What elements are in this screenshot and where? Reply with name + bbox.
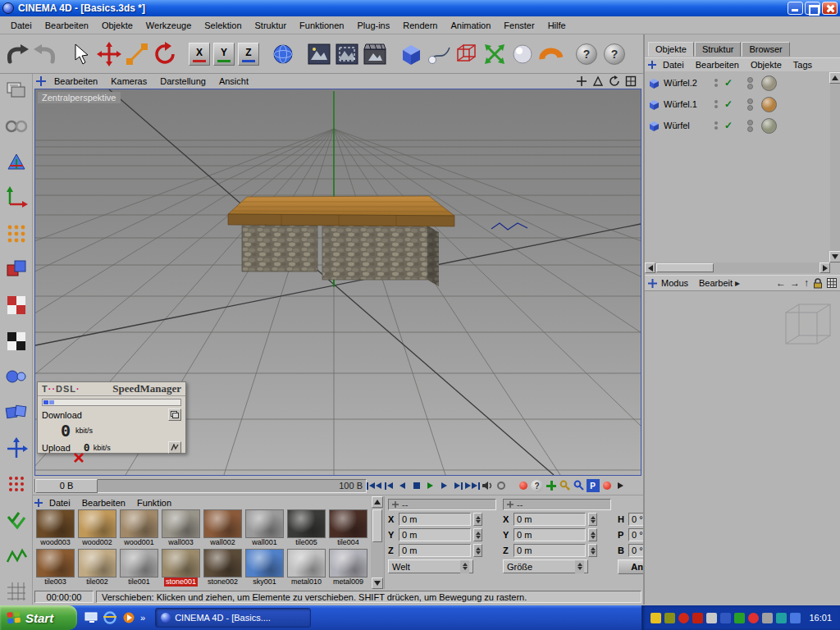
axis-lock-icon[interactable] bbox=[3, 436, 30, 462]
position-z-stepper[interactable] bbox=[473, 544, 482, 557]
particle-tool-icon[interactable] bbox=[481, 37, 509, 71]
render-view-icon[interactable] bbox=[305, 37, 333, 71]
menu-rendern[interactable]: Rendern bbox=[397, 18, 443, 33]
object-name[interactable]: Würfel.2 bbox=[664, 78, 706, 88]
torus-tool-icon[interactable] bbox=[536, 37, 564, 71]
view-pan-icon[interactable] bbox=[575, 75, 587, 88]
tray-icon-2[interactable] bbox=[664, 613, 675, 623]
speedmanager-stats-button[interactable] bbox=[168, 441, 181, 454]
position-x-input[interactable]: 0 m bbox=[399, 513, 471, 526]
scroll-down-arrow[interactable] bbox=[372, 578, 383, 589]
scroll-left-arrow[interactable] bbox=[645, 262, 655, 273]
close-button[interactable] bbox=[822, 2, 838, 15]
texture-tag-icon[interactable] bbox=[761, 118, 777, 134]
object-name[interactable]: Würfel.1 bbox=[664, 99, 706, 109]
speedmanager-window-button[interactable] bbox=[168, 409, 181, 421]
record-button[interactable] bbox=[600, 478, 614, 493]
visibility-dots-icon[interactable] bbox=[714, 121, 718, 130]
menu-bearbeiten[interactable]: Bearbeiten bbox=[39, 18, 94, 33]
size-mode-dropdown[interactable]: Größe bbox=[503, 559, 588, 573]
material-thumbnail[interactable] bbox=[36, 509, 75, 538]
next-frame-button[interactable] bbox=[437, 478, 451, 493]
axis-x-button[interactable]: X bbox=[189, 43, 210, 66]
material-menu-bearbeiten[interactable]: Bearbeiten bbox=[77, 497, 130, 509]
workplane-mode-icon[interactable] bbox=[3, 148, 30, 175]
material-item[interactable]: wood003 bbox=[34, 509, 76, 549]
timeline-slider[interactable]: 0 B 100 B bbox=[34, 479, 367, 493]
stop-button[interactable] bbox=[409, 478, 423, 493]
position-z-input[interactable]: 0 m bbox=[399, 544, 471, 557]
scroll-up-arrow[interactable] bbox=[829, 72, 840, 84]
enabled-check-icon[interactable]: ✓ bbox=[724, 77, 733, 89]
position-y-stepper[interactable] bbox=[473, 528, 482, 541]
key-position-button[interactable] bbox=[558, 478, 572, 493]
spline-snap-icon[interactable] bbox=[3, 543, 30, 569]
material-item[interactable]: stone002 bbox=[202, 549, 244, 588]
om-menu-bearbeiten[interactable]: Bearbeiten bbox=[691, 59, 744, 71]
media-player-icon[interactable] bbox=[121, 610, 136, 625]
enabled-check-icon[interactable]: ✓ bbox=[724, 120, 733, 131]
convert-object-icon[interactable] bbox=[3, 77, 30, 103]
tray-icon-6[interactable] bbox=[720, 613, 731, 623]
om-menu-datei[interactable]: Datei bbox=[658, 59, 689, 71]
quick-launch-more-chevron[interactable]: » bbox=[140, 613, 145, 623]
render-region-icon[interactable] bbox=[333, 37, 361, 71]
scroll-down-arrow[interactable] bbox=[829, 251, 840, 262]
material-thumbnail[interactable] bbox=[78, 549, 116, 578]
context-help-icon[interactable]: ? bbox=[600, 37, 628, 71]
object-row[interactable]: Würfel ✓ bbox=[645, 115, 830, 136]
position-x-stepper[interactable] bbox=[473, 513, 482, 526]
taskbar-task-cinema4d[interactable]: CINEMA 4D - [Basics.... bbox=[155, 608, 311, 628]
tab-struktur[interactable]: Struktur bbox=[695, 42, 742, 57]
modus-handle-icon[interactable] bbox=[648, 279, 657, 288]
parent-up-icon[interactable]: ↑ bbox=[804, 277, 809, 289]
menu-hilfe[interactable]: Hilfe bbox=[542, 18, 572, 33]
history-back-icon[interactable]: ← bbox=[776, 277, 786, 289]
goto-start-button[interactable] bbox=[367, 478, 381, 493]
coordinate-system-dropdown[interactable]: Welt bbox=[388, 559, 473, 573]
tray-icon-1[interactable] bbox=[651, 613, 661, 623]
lock-icon[interactable] bbox=[813, 278, 823, 289]
menu-fenster[interactable]: Fenster bbox=[498, 18, 540, 33]
object-axis-mode-icon[interactable] bbox=[3, 185, 30, 211]
material-item[interactable]: metal010 bbox=[285, 549, 327, 588]
object-manager-handle-icon[interactable] bbox=[648, 61, 656, 69]
start-button[interactable]: Start bbox=[0, 605, 77, 630]
material-item[interactable]: tile002 bbox=[76, 549, 118, 588]
material-thumbnail[interactable] bbox=[162, 509, 200, 538]
solo-button[interactable] bbox=[516, 478, 530, 493]
enabled-check-icon[interactable]: ✓ bbox=[724, 98, 733, 110]
menu-struktur[interactable]: Struktur bbox=[249, 18, 293, 33]
tray-icon-7[interactable] bbox=[734, 613, 745, 623]
tray-icon-4[interactable] bbox=[692, 613, 703, 623]
menu-plugins[interactable]: Plug-ins bbox=[351, 18, 395, 33]
speedmanager-widget[interactable]: T··DSL· SpeedManager Download 0 kbit/s U… bbox=[37, 381, 186, 454]
goto-end-button[interactable] bbox=[465, 478, 480, 493]
coordinate-system-icon[interactable] bbox=[269, 37, 297, 71]
previous-frame-button[interactable] bbox=[395, 478, 409, 493]
material-thumbnail[interactable] bbox=[287, 549, 326, 578]
menu-werkzeuge[interactable]: Werkzeuge bbox=[140, 18, 197, 33]
size-z-stepper[interactable] bbox=[588, 544, 597, 557]
rotate-tool-icon[interactable] bbox=[151, 37, 179, 71]
primitive-cube-icon[interactable] bbox=[397, 37, 425, 71]
undo-icon[interactable] bbox=[3, 37, 31, 71]
visibility-dots-icon[interactable] bbox=[714, 100, 718, 108]
points-mode-icon[interactable] bbox=[3, 221, 30, 247]
tab-browser[interactable]: Browser bbox=[742, 42, 789, 57]
material-item[interactable]: wall002 bbox=[202, 509, 244, 549]
size-x-stepper[interactable] bbox=[588, 513, 597, 526]
keyframe-add-button[interactable] bbox=[544, 478, 558, 493]
scroll-up-arrow[interactable] bbox=[372, 496, 383, 508]
material-thumbnail[interactable] bbox=[203, 549, 242, 578]
scroll-right-arrow[interactable] bbox=[819, 262, 830, 273]
polygon-mode-icon[interactable] bbox=[3, 292, 30, 318]
autokey-p-button[interactable]: P bbox=[586, 478, 600, 493]
texture-tag-icon[interactable] bbox=[761, 75, 777, 91]
viewport-menu-bearbeiten[interactable]: Bearbeiten bbox=[49, 75, 103, 88]
axis-y-button[interactable]: Y bbox=[213, 43, 235, 66]
rings-mode-icon[interactable] bbox=[3, 113, 30, 139]
play-button[interactable] bbox=[423, 478, 437, 493]
menu-selektion[interactable]: Selektion bbox=[199, 18, 247, 33]
texture-mode-icon[interactable] bbox=[3, 328, 30, 354]
